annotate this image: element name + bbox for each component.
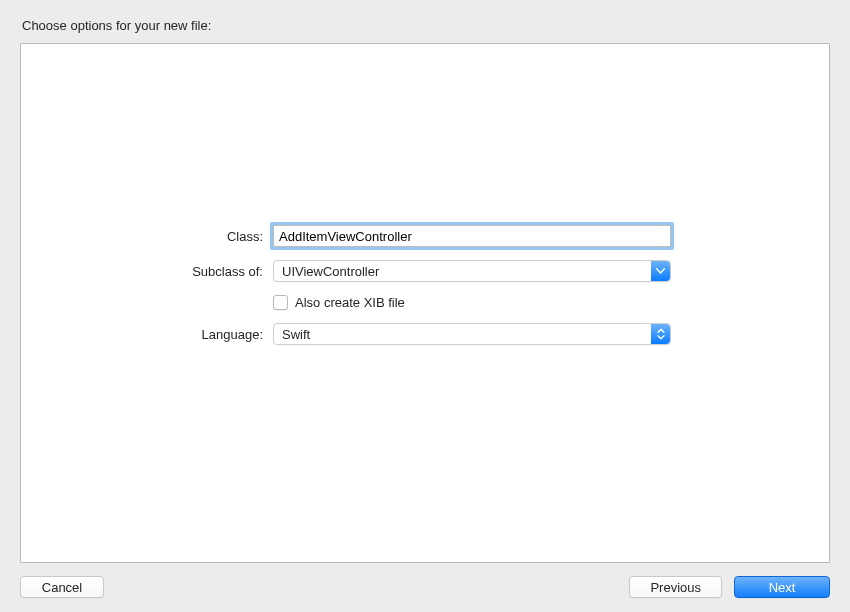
options-panel: Class: Subclass of: UIViewController — [20, 43, 830, 563]
xib-row: Also create XIB file — [21, 295, 829, 310]
subclass-combobox[interactable]: UIViewController — [273, 260, 671, 282]
language-popup[interactable]: Swift — [273, 323, 671, 345]
subclass-value: UIViewController — [282, 264, 379, 279]
dialog-title: Choose options for your new file: — [22, 18, 830, 33]
subclass-label: Subclass of: — [21, 264, 273, 279]
class-row: Class: — [21, 225, 829, 247]
language-label: Language: — [21, 327, 273, 342]
previous-button[interactable]: Previous — [629, 576, 722, 598]
dialog-footer: Cancel Previous Next — [20, 576, 830, 598]
new-file-form: Class: Subclass of: UIViewController — [21, 225, 829, 358]
language-value: Swift — [282, 327, 310, 342]
next-button[interactable]: Next — [734, 576, 830, 598]
class-input[interactable] — [273, 225, 671, 247]
xib-label: Also create XIB file — [295, 295, 405, 310]
language-row: Language: Swift — [21, 323, 829, 345]
xib-checkbox[interactable] — [273, 295, 288, 310]
chevron-down-icon — [651, 261, 670, 281]
cancel-button[interactable]: Cancel — [20, 576, 104, 598]
subclass-row: Subclass of: UIViewController — [21, 260, 829, 282]
updown-arrows-icon — [651, 324, 670, 344]
class-label: Class: — [21, 229, 273, 244]
